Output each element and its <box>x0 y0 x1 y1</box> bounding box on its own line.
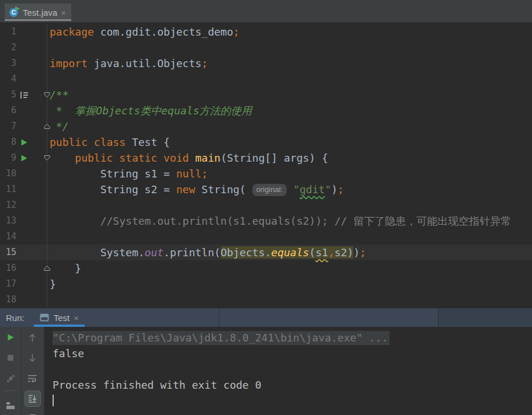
close-icon[interactable]: × <box>74 313 79 322</box>
code-editor[interactable]: 1package com.gdit.objects_demo;23import … <box>0 23 532 308</box>
gutter[interactable]: 8 <box>0 134 47 150</box>
down-stacktrace-button[interactable] <box>25 350 41 366</box>
gutter[interactable]: 16 <box>0 260 47 276</box>
console-line: Process finished with exit code 0 <box>53 377 532 393</box>
code-line-8[interactable]: 8public class Test { <box>0 134 532 150</box>
fold-end-icon[interactable] <box>43 123 51 130</box>
gutter[interactable]: 14 <box>0 229 47 245</box>
gutter[interactable]: 7 <box>0 118 47 134</box>
line-number: 7 <box>0 118 16 134</box>
stop-button[interactable] <box>2 350 19 366</box>
code-text: import java.util.Objects; <box>47 55 208 71</box>
code-line-4[interactable]: 4 <box>0 71 532 87</box>
gutter[interactable]: 13 <box>0 213 47 229</box>
up-stacktrace-button[interactable] <box>25 329 41 346</box>
line-number: 13 <box>0 213 16 229</box>
line-number: 3 <box>0 55 16 71</box>
code-line-16[interactable]: 16 } <box>0 260 532 276</box>
gutter[interactable]: 10 <box>0 166 47 182</box>
line-number: 6 <box>0 103 16 118</box>
code-line-13[interactable]: 13 //System.out.println(s1.equals(s2)); … <box>0 213 532 229</box>
fold-end-icon[interactable] <box>43 265 51 271</box>
code-text: package com.gdit.objects_demo; <box>47 24 239 40</box>
restore-layout-button[interactable] <box>2 397 19 414</box>
code-line-3[interactable]: 3import java.util.Objects; <box>0 55 532 71</box>
print-button[interactable] <box>25 411 41 415</box>
code-text <box>47 71 50 87</box>
line-number: 16 <box>0 260 16 276</box>
code-line-7[interactable]: 7 */ <box>0 118 532 134</box>
code-text: } <box>47 276 56 292</box>
run-tab-test[interactable]: Test × <box>34 308 85 327</box>
code-text: public class Test { <box>47 134 170 150</box>
code-line-5[interactable]: 5/** <box>0 87 532 103</box>
console-command-line[interactable]: "C:\Program Files\Java\jdk1.8.0_241\bin\… <box>53 331 390 345</box>
run-line-icon[interactable] <box>16 154 32 162</box>
run-label: Run: <box>6 313 25 323</box>
header-divider <box>438 308 439 327</box>
gutter[interactable]: 3 <box>0 55 47 71</box>
code-text <box>47 292 50 308</box>
editor-tab-bar: C Test.java × <box>0 0 532 23</box>
gutter[interactable]: 18 <box>0 292 47 308</box>
run-toolbar-right-column <box>22 327 43 415</box>
run-line-icon[interactable] <box>16 138 32 147</box>
gutter[interactable]: 5 <box>0 87 47 103</box>
fold-start-icon[interactable] <box>43 155 51 161</box>
scroll-to-end-button[interactable] <box>25 390 41 407</box>
line-number: 18 <box>0 292 16 308</box>
code-text <box>47 229 50 245</box>
soft-wrap-button[interactable] <box>25 370 41 386</box>
line-number: 8 <box>0 134 16 150</box>
line-number: 2 <box>0 40 16 55</box>
code-line-18[interactable]: 18 <box>0 292 532 308</box>
rerun-button[interactable] <box>2 329 19 346</box>
code-line-14[interactable]: 14 <box>0 229 532 245</box>
code-line-10[interactable]: 10 String s1 = null; <box>0 166 532 182</box>
code-text <box>47 40 50 55</box>
gutter[interactable]: 17 <box>0 276 47 292</box>
gutter[interactable]: 2 <box>0 40 47 55</box>
gutter[interactable]: 9 <box>0 150 47 166</box>
close-icon[interactable]: × <box>61 8 66 17</box>
rerun-failed-button[interactable] <box>2 370 19 386</box>
code-line-6[interactable]: 6 * 掌握Objects类中equals方法的使用 <box>0 103 532 118</box>
header-right-shade <box>438 308 532 327</box>
gutter[interactable]: 11 <box>0 182 47 197</box>
code-line-9[interactable]: 9 public static void main(String[] args)… <box>0 150 532 166</box>
code-line-1[interactable]: 1package com.gdit.objects_demo; <box>0 24 532 40</box>
gutter[interactable]: 6 <box>0 103 47 118</box>
console-line <box>53 361 532 377</box>
console-icon <box>40 313 50 322</box>
line-number: 17 <box>0 276 16 292</box>
fold-start-icon[interactable] <box>43 92 51 98</box>
code-line-12[interactable]: 12 <box>0 197 532 213</box>
ide-window: C Test.java × 1package com.gdit.objects_… <box>0 0 532 415</box>
line-number: 1 <box>0 24 16 40</box>
line-number: 11 <box>0 182 16 197</box>
code-text: String s1 = null; <box>47 166 208 182</box>
runnable-java-class-icon: C <box>9 8 19 18</box>
code-line-17[interactable]: 17} <box>0 276 532 292</box>
code-line-2[interactable]: 2 <box>0 40 532 55</box>
code-text <box>47 197 50 213</box>
line-number: 10 <box>0 166 16 182</box>
gutter[interactable]: 4 <box>0 71 47 87</box>
header-divider <box>219 308 220 327</box>
gutter[interactable]: 15 <box>0 245 47 260</box>
parameter-hint: original: <box>252 184 287 196</box>
gutter[interactable]: 1 <box>0 24 47 40</box>
code-line-15[interactable]: 15 System.out.println(Objects.equals(s1,… <box>0 245 532 260</box>
wrap-icon <box>27 374 37 383</box>
console-line <box>53 393 532 409</box>
line-number: 12 <box>0 197 16 213</box>
class-icon-letter: C <box>9 8 18 17</box>
tab-label: Test.java <box>23 8 57 18</box>
gutter[interactable]: 12 <box>0 197 47 213</box>
console-output[interactable]: "C:\Program Files\Java\jdk1.8.0_241\bin\… <box>44 327 532 415</box>
tab-test-java[interactable]: C Test.java × <box>5 4 71 21</box>
code-line-11[interactable]: 11 String s2 = new String( original: "gd… <box>0 182 532 197</box>
run-toolbar-left-column <box>0 327 22 415</box>
run-toolwindow-body: "C:\Program Files\Java\jdk1.8.0_241\bin\… <box>0 327 532 415</box>
code-text: System.out.println(Objects.equals(s1,s2)… <box>47 245 366 260</box>
